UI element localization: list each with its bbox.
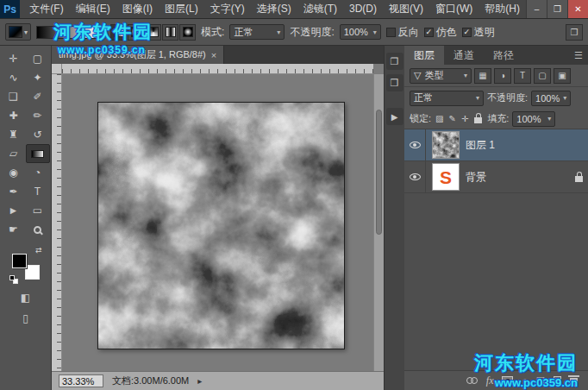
link-layers-icon[interactable] — [466, 377, 478, 385]
radial-gradient-button[interactable] — [128, 24, 144, 41]
transparency-checkbox[interactable]: ✓ 透明 — [462, 25, 495, 40]
collapsed-panel-button-2[interactable]: ❒ — [386, 74, 403, 91]
hand-tool[interactable]: ☛ — [2, 220, 26, 239]
diamond-gradient-button[interactable] — [179, 24, 196, 41]
crop-tool[interactable]: ❑ — [2, 87, 26, 106]
adjustment-layer-icon[interactable]: ◑ — [522, 375, 528, 386]
lock-transparent-pixels-icon[interactable]: ▨ — [435, 114, 444, 123]
zoom-tool[interactable] — [26, 220, 50, 239]
default-colors-icon[interactable] — [9, 275, 18, 284]
status-menu-arrow-icon[interactable]: ▸ — [197, 376, 202, 386]
layer-visibility-toggle[interactable] — [404, 161, 426, 192]
linear-gradient-button[interactable] — [110, 24, 127, 41]
layer-name[interactable]: 图层 1 — [466, 138, 495, 153]
minimize-button[interactable]: – — [526, 0, 547, 18]
panel-toggle-button[interactable]: ❐ — [566, 24, 583, 41]
layer-filter-select[interactable]: ▽ 类型 ▾ — [410, 68, 472, 84]
filter-smart-object-button[interactable]: ▣ — [554, 68, 571, 84]
layer-row-layer1[interactable]: 图层 1 — [404, 129, 588, 161]
shape-tool[interactable]: ▭ — [26, 201, 50, 220]
menu-select[interactable]: 选择(S) — [251, 0, 297, 18]
new-group-icon[interactable]: ❏ — [536, 375, 545, 387]
pen-tool[interactable]: ✒ — [2, 182, 26, 201]
fill-select[interactable]: 100% ▾ — [512, 111, 555, 127]
path-selection-tool[interactable]: ► — [2, 201, 26, 220]
foreground-color-swatch[interactable] — [12, 254, 27, 268]
move-tool[interactable]: ✛ — [2, 49, 26, 68]
dodge-tool[interactable]: ◔ — [26, 163, 50, 182]
menu-3d[interactable]: 3D(D) — [343, 0, 383, 18]
lasso-tool[interactable]: ∿ — [2, 68, 26, 87]
reflected-gradient-button[interactable] — [162, 24, 178, 41]
screen-mode-button[interactable]: ▯ — [16, 310, 35, 327]
tool-preset-picker[interactable]: ▾ — [5, 23, 31, 41]
opacity-select[interactable]: 100% ▾ — [340, 24, 381, 40]
filter-shape-layers-button[interactable]: ▢ — [534, 68, 551, 84]
filter-pixel-layers-button[interactable]: ▦ — [474, 68, 491, 84]
close-button[interactable]: ✕ — [567, 0, 588, 18]
quick-selection-tool[interactable]: ✦ — [26, 68, 50, 87]
new-layer-icon[interactable] — [554, 376, 561, 386]
swap-colors-icon[interactable]: ⇄ — [35, 246, 42, 255]
layer-row-background[interactable]: S 背景 — [404, 161, 588, 193]
layer-effects-icon[interactable]: fx — [486, 374, 494, 387]
eraser-tool[interactable]: ▱ — [2, 144, 26, 163]
layer-visibility-toggle[interactable] — [404, 129, 426, 160]
quick-mask-button[interactable]: ◧ — [16, 289, 35, 306]
window-controls: – ❐ ✕ — [526, 0, 588, 18]
tab-paths[interactable]: 路径 — [484, 46, 523, 65]
menu-image[interactable]: 图像(I) — [116, 0, 159, 18]
scrollbar-thumb[interactable] — [376, 110, 382, 234]
angle-gradient-button[interactable] — [145, 24, 161, 41]
gradient-picker[interactable]: ▾ — [36, 26, 105, 39]
tab-close-icon[interactable]: × — [211, 50, 216, 60]
background-color-swatch[interactable] — [25, 265, 40, 280]
mode-label: 模式: — [201, 25, 224, 40]
menu-help[interactable]: 帮助(H) — [479, 0, 526, 18]
zoom-level-field[interactable]: 33.33% — [59, 374, 103, 387]
layer-thumbnail[interactable]: S — [432, 163, 460, 191]
delete-layer-icon[interactable] — [570, 375, 578, 387]
menu-file[interactable]: 文件(F) — [23, 0, 69, 18]
reverse-checkbox[interactable]: 反向 — [386, 25, 419, 40]
filter-adjustment-layers-button[interactable]: ◑ — [494, 68, 511, 84]
menu-type[interactable]: 文字(Y) — [204, 0, 251, 18]
eyedropper-tool[interactable]: ✐ — [26, 87, 50, 106]
type-tool[interactable]: T — [26, 182, 50, 201]
tab-channels[interactable]: 通道 — [444, 46, 484, 65]
layer-opacity-select[interactable]: 100% ▾ — [531, 91, 571, 106]
tab-layers[interactable]: 图层 — [404, 46, 444, 65]
blur-tool[interactable]: ◉ — [2, 163, 26, 182]
panel-menu-icon[interactable]: ☰ — [569, 46, 588, 65]
layer-name[interactable]: 背景 — [466, 170, 486, 185]
menu-bar: Ps 文件(F) 编辑(E) 图像(I) 图层(L) 文字(Y) 选择(S) 滤… — [0, 0, 588, 19]
history-brush-tool[interactable]: ↺ — [26, 125, 50, 144]
healing-brush-tool[interactable]: ✚ — [2, 106, 26, 125]
document-canvas[interactable] — [97, 102, 345, 349]
layer-blend-mode-select[interactable]: 正常 ▾ — [410, 91, 484, 106]
brush-tool[interactable]: ✏ — [26, 106, 50, 125]
vertical-scrollbar[interactable] — [373, 74, 384, 371]
menu-view[interactable]: 视图(V) — [383, 0, 429, 18]
lock-image-pixels-icon[interactable]: ✎ — [448, 114, 457, 123]
menu-filter[interactable]: 滤镜(T) — [297, 0, 343, 18]
actions-panel-button[interactable]: ▶ — [386, 108, 403, 125]
menu-window[interactable]: 窗口(W) — [429, 0, 479, 18]
clone-stamp-tool[interactable]: ♜ — [2, 125, 26, 144]
filter-type-layers-button[interactable]: T — [514, 68, 531, 84]
lock-position-icon[interactable]: ✛ — [460, 114, 469, 123]
dither-checkbox[interactable]: ✓ 仿色 — [424, 25, 457, 40]
trash-icon — [570, 378, 578, 387]
canvas-viewport[interactable] — [62, 74, 373, 371]
blend-mode-select[interactable]: 正常 ▾ — [229, 24, 285, 40]
document-tab[interactable]: timg.jpg @ 33.3%(图层 1, RGB/8#) × — [52, 46, 224, 64]
menu-layer[interactable]: 图层(L) — [159, 0, 204, 18]
add-layer-mask-icon[interactable] — [502, 376, 513, 385]
collapsed-panel-button-1[interactable]: ❐ — [386, 53, 403, 70]
lock-all-icon[interactable] — [474, 117, 482, 123]
gradient-tool[interactable] — [26, 144, 50, 163]
maximize-button[interactable]: ❐ — [547, 0, 567, 18]
menu-edit[interactable]: 编辑(E) — [70, 0, 116, 18]
marquee-tool[interactable]: ▢ — [26, 49, 50, 68]
layer-thumbnail[interactable] — [432, 131, 460, 159]
